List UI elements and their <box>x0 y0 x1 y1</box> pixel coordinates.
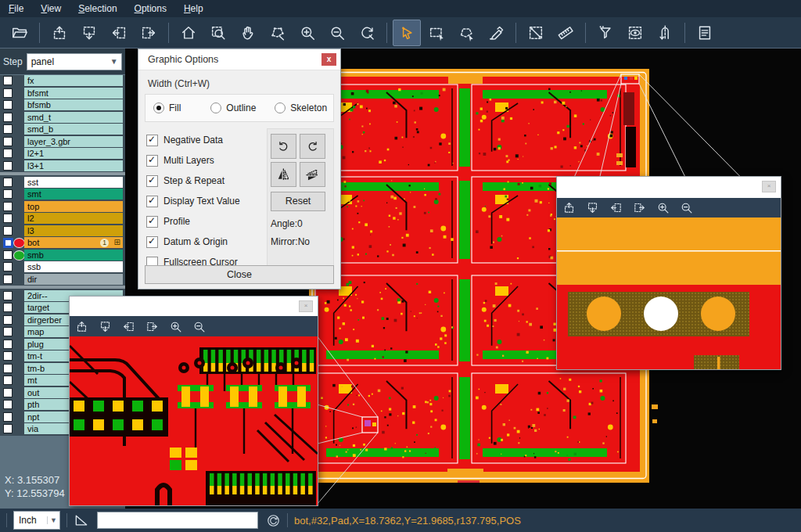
layer-name[interactable]: smd_b <box>24 124 123 135</box>
layer-row-l3[interactable]: l3 <box>0 225 125 236</box>
layer-row-fx[interactable]: fx <box>0 75 125 86</box>
layer-row-sst[interactable]: sst <box>0 177 125 188</box>
layer-checkbox[interactable] <box>3 262 13 271</box>
layer-name[interactable]: bfsmb <box>24 99 123 110</box>
layer-name[interactable]: smb <box>24 250 123 261</box>
layer-name[interactable]: layer_3.gbr <box>24 136 123 147</box>
layer-name[interactable]: sst <box>24 177 123 188</box>
layer-row-smb[interactable]: smb <box>0 250 125 261</box>
pan-left-button[interactable] <box>105 20 133 46</box>
checkbox-display-text-value[interactable]: Display Text Value <box>146 191 267 211</box>
pan-down-button[interactable] <box>580 199 604 217</box>
layer-checkbox[interactable] <box>3 376 13 385</box>
reset-button[interactable]: Reset <box>271 192 325 211</box>
layer-checkbox[interactable] <box>3 340 13 349</box>
layer-checkbox[interactable] <box>3 364 13 373</box>
layer-checkbox[interactable] <box>3 76 13 85</box>
zoom-window-right-title-bar[interactable]: × <box>557 177 781 198</box>
pan-right-button[interactable] <box>140 317 163 336</box>
dialog-title-bar[interactable]: Graphic Options x <box>138 49 340 70</box>
rotate-ccw-button[interactable] <box>300 134 325 159</box>
layer-checkbox[interactable] <box>3 303 13 312</box>
pan-down-button[interactable] <box>93 317 117 336</box>
radio-skeleton[interactable]: Skeleton <box>275 102 327 113</box>
close-button[interactable]: Close <box>145 265 334 284</box>
layer-checkbox[interactable] <box>3 327 13 336</box>
layer-name[interactable]: top <box>24 201 123 212</box>
checkbox-profile[interactable]: Profile <box>146 211 267 232</box>
layer-checkbox[interactable] <box>3 202 13 211</box>
pan-up-button[interactable] <box>70 317 93 336</box>
zoom-window-button[interactable] <box>204 20 232 46</box>
command-input[interactable] <box>97 512 258 529</box>
layer-checkbox[interactable] <box>3 250 13 260</box>
layer-checkbox[interactable] <box>3 100 13 110</box>
mirror-vertical-button[interactable] <box>271 162 296 187</box>
filter-button[interactable] <box>591 20 620 46</box>
menu-item-help[interactable]: Help <box>175 0 212 17</box>
layer-row-l3+1[interactable]: l3+1 <box>0 160 125 171</box>
layer-row-bot[interactable]: bot1⊞ <box>0 237 125 248</box>
layer-checkbox[interactable] <box>3 275 13 284</box>
zoom-in-button[interactable] <box>293 20 321 46</box>
layer-checkbox[interactable] <box>3 214 13 223</box>
layer-name[interactable]: ssb <box>24 261 123 272</box>
layer-row-smt[interactable]: smt <box>0 189 125 200</box>
mirror-horizontal-button[interactable] <box>300 162 325 187</box>
layer-row-dir[interactable]: dir <box>0 274 125 285</box>
radio-outline[interactable]: Outline <box>210 102 256 113</box>
menu-item-options[interactable]: Options <box>126 0 175 17</box>
menu-item-view[interactable]: View <box>32 0 70 17</box>
layer-name[interactable]: l2 <box>24 213 123 224</box>
layer-row-layer_3.gbr[interactable]: layer_3.gbr <box>0 136 125 147</box>
layer-row-smd_b[interactable]: smd_b <box>0 124 125 135</box>
measure-distance-button[interactable] <box>522 20 550 46</box>
zoom-in-button[interactable] <box>163 317 187 336</box>
layer-row-smd_t[interactable]: smd_t <box>0 112 125 123</box>
layer-checkbox[interactable] <box>3 189 13 199</box>
layer-name[interactable]: l2+1 <box>24 148 123 159</box>
step-select[interactable]: panel ▼ <box>27 53 122 70</box>
select-rectangle-button[interactable] <box>422 20 451 46</box>
layer-checkbox[interactable] <box>3 124 13 134</box>
layer-checkbox[interactable] <box>3 315 13 325</box>
window-button-icon[interactable]: × <box>299 300 313 312</box>
pan-up-button[interactable] <box>45 20 74 46</box>
layer-row-bfsmb[interactable]: bfsmb <box>0 99 125 110</box>
checkbox-multi-layers[interactable]: Multi Layers <box>146 150 267 171</box>
layer-name[interactable]: smt <box>24 189 123 200</box>
checkbox-datum-origin[interactable]: Datum & Origin <box>146 232 267 252</box>
layer-checkbox[interactable] <box>3 291 13 300</box>
layer-checkbox[interactable] <box>3 149 13 158</box>
home-button[interactable] <box>174 20 203 46</box>
layer-checkbox[interactable] <box>3 400 13 409</box>
layer-checkbox[interactable] <box>3 351 13 361</box>
zoom-window-left-view[interactable] <box>70 336 318 505</box>
pan-left-button[interactable] <box>117 317 140 336</box>
zoom-window-right-view[interactable] <box>557 217 781 369</box>
pan-up-button[interactable] <box>557 199 580 217</box>
unit-select[interactable]: Inch ▼ <box>13 511 60 530</box>
layer-checkbox[interactable] <box>3 178 13 187</box>
zoom-polygon-button[interactable] <box>264 20 292 46</box>
select-polygon-button[interactable] <box>452 20 480 46</box>
checkbox-negative-data[interactable]: Negative Data <box>146 130 267 150</box>
layer-name[interactable]: l3 <box>24 225 123 236</box>
pan-right-button[interactable] <box>627 199 651 217</box>
layer-name[interactable]: dir <box>24 274 123 285</box>
layer-row-bfsmt[interactable]: bfsmt <box>0 88 125 99</box>
close-icon[interactable]: x <box>321 53 336 66</box>
zoom-out-button[interactable] <box>187 317 210 336</box>
layer-checkbox[interactable] <box>3 238 13 248</box>
pan-hand-button[interactable] <box>234 20 262 46</box>
layer-checkbox[interactable] <box>3 88 13 98</box>
pan-right-button[interactable] <box>135 20 163 46</box>
brush-button[interactable] <box>482 20 510 46</box>
layer-row-ssb[interactable]: ssb <box>0 261 125 272</box>
open-folder-button[interactable] <box>5 20 34 46</box>
layer-checkbox[interactable] <box>3 424 13 433</box>
layer-name[interactable]: bot1⊞ <box>24 237 123 248</box>
layer-checkbox[interactable] <box>3 388 13 397</box>
pan-left-button[interactable] <box>604 199 627 217</box>
radio-fill[interactable]: Fill <box>153 102 181 113</box>
